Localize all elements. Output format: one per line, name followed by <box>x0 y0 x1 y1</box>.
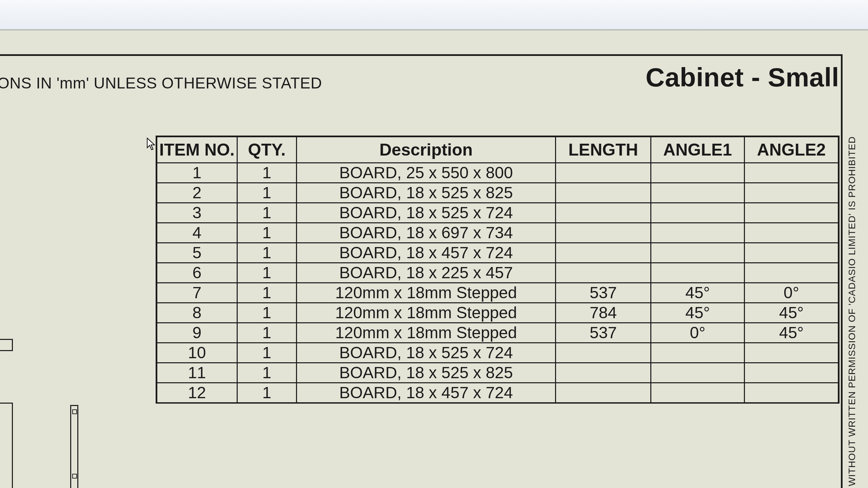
cell-qty: 1 <box>237 363 296 383</box>
cell-description: BOARD, 18 x 525 x 825 <box>296 183 555 203</box>
cell-length: 537 <box>556 323 651 343</box>
cell-item-no: 11 <box>157 363 237 383</box>
partial-view-fragment <box>0 339 13 351</box>
cell-item-no: 12 <box>157 383 237 403</box>
cell-angle2: 45° <box>745 303 839 323</box>
table-row[interactable]: 41BOARD, 18 x 697 x 734 <box>157 223 839 243</box>
cell-angle2 <box>745 343 839 363</box>
cell-angle2 <box>745 363 839 383</box>
cell-length <box>556 383 651 403</box>
cell-description: 120mm x 18mm Stepped <box>296 323 555 343</box>
cell-length <box>556 163 651 183</box>
cell-angle2: 0° <box>745 283 839 303</box>
cell-description: BOARD, 25 x 550 x 800 <box>296 163 555 183</box>
cell-angle2 <box>745 163 839 183</box>
cell-angle1 <box>651 203 745 223</box>
table-row[interactable]: 31BOARD, 18 x 525 x 724 <box>157 203 839 223</box>
cell-description: BOARD, 18 x 525 x 724 <box>296 203 555 223</box>
col-item-no: ITEM NO. <box>157 137 237 163</box>
cell-angle1 <box>651 363 745 383</box>
partial-view-fragment <box>0 403 13 488</box>
table-row[interactable]: 111BOARD, 18 x 525 x 825 <box>157 363 839 383</box>
cell-length: 784 <box>556 303 651 323</box>
cell-length: 537 <box>556 283 651 303</box>
table-row[interactable]: 81120mm x 18mm Stepped78445°45° <box>157 303 839 323</box>
cell-item-no: 10 <box>157 343 237 363</box>
cell-length <box>556 243 651 263</box>
cell-angle1: 0° <box>651 323 745 343</box>
table-row[interactable]: 11BOARD, 25 x 550 x 800 <box>157 163 839 183</box>
cell-item-no: 1 <box>157 163 237 183</box>
cell-angle1: 45° <box>651 283 745 303</box>
table-row[interactable]: 121BOARD, 18 x 457 x 724 <box>157 383 839 403</box>
table-row[interactable]: 51BOARD, 18 x 457 x 724 <box>157 243 839 263</box>
table-row[interactable]: 71120mm x 18mm Stepped53745°0° <box>157 283 839 303</box>
cell-qty: 1 <box>237 343 296 363</box>
cell-qty: 1 <box>237 243 296 263</box>
cell-qty: 1 <box>237 283 296 303</box>
table-row[interactable]: 101BOARD, 18 x 525 x 724 <box>157 343 839 363</box>
cell-description: 120mm x 18mm Stepped <box>296 283 555 303</box>
cell-angle2 <box>745 183 839 203</box>
cell-angle1 <box>651 343 745 363</box>
cell-description: BOARD, 18 x 225 x 457 <box>296 263 555 283</box>
col-description: Description <box>296 137 555 163</box>
cell-angle1 <box>651 163 745 183</box>
cell-item-no: 9 <box>157 323 237 343</box>
cell-item-no: 5 <box>157 243 237 263</box>
cell-angle1 <box>651 383 745 403</box>
col-angle2: ANGLE2 <box>745 137 839 163</box>
cell-angle2: 45° <box>745 323 839 343</box>
cell-item-no: 2 <box>157 183 237 203</box>
cell-description: BOARD, 18 x 525 x 724 <box>296 343 555 363</box>
col-length: LENGTH <box>556 137 651 163</box>
cell-angle1 <box>651 263 745 283</box>
partial-view-fragment <box>70 405 78 488</box>
cell-qty: 1 <box>237 303 296 323</box>
cell-angle2 <box>745 223 839 243</box>
cell-item-no: 3 <box>157 203 237 223</box>
cell-description: BOARD, 18 x 457 x 724 <box>296 383 555 403</box>
cell-item-no: 6 <box>157 263 237 283</box>
cell-item-no: 8 <box>157 303 237 323</box>
cell-qty: 1 <box>237 223 296 243</box>
cell-qty: 1 <box>237 203 296 223</box>
copyright-text: A WHOLE WITHOUT WRITTEN PERMISSION OF 'C… <box>847 136 857 488</box>
cell-length <box>556 343 651 363</box>
cell-qty: 1 <box>237 323 296 343</box>
cell-angle1: 45° <box>651 303 745 323</box>
col-qty: QTY. <box>237 137 296 163</box>
cell-qty: 1 <box>237 183 296 203</box>
cell-description: BOARD, 18 x 525 x 825 <box>296 363 555 383</box>
bom-header-row: ITEM NO. QTY. Description LENGTH ANGLE1 … <box>157 137 839 163</box>
cell-angle1 <box>651 223 745 243</box>
cell-qty: 1 <box>237 263 296 283</box>
cell-angle2 <box>745 263 839 283</box>
table-row[interactable]: 91120mm x 18mm Stepped5370°45° <box>157 323 839 343</box>
cell-length <box>556 223 651 243</box>
cell-angle1 <box>651 183 745 203</box>
table-row[interactable]: 61BOARD, 18 x 225 x 457 <box>157 263 839 283</box>
cell-description: 120mm x 18mm Stepped <box>296 303 555 323</box>
cell-length <box>556 363 651 383</box>
cell-length <box>556 263 651 283</box>
cell-length <box>556 203 651 223</box>
bom-table[interactable]: ITEM NO. QTY. Description LENGTH ANGLE1 … <box>156 136 840 404</box>
copyright-strip: A WHOLE WITHOUT WRITTEN PERMISSION OF 'C… <box>844 180 861 488</box>
dimensions-note: ONS IN 'mm' UNLESS OTHERWISE STATED <box>0 74 322 92</box>
cell-description: BOARD, 18 x 697 x 734 <box>296 223 555 243</box>
drawing-title: Cabinet - Small <box>646 62 839 93</box>
col-angle1: ANGLE1 <box>651 137 745 163</box>
cell-angle2 <box>745 243 839 263</box>
cell-angle2 <box>745 203 839 223</box>
cell-qty: 1 <box>237 383 296 403</box>
cell-length <box>556 183 651 203</box>
cell-qty: 1 <box>237 163 296 183</box>
cell-angle2 <box>745 383 839 403</box>
app-background <box>0 0 868 29</box>
cell-item-no: 4 <box>157 223 237 243</box>
cell-angle1 <box>651 243 745 263</box>
cell-description: BOARD, 18 x 457 x 724 <box>296 243 555 263</box>
cell-item-no: 7 <box>157 283 237 303</box>
table-row[interactable]: 21BOARD, 18 x 525 x 825 <box>157 183 839 203</box>
